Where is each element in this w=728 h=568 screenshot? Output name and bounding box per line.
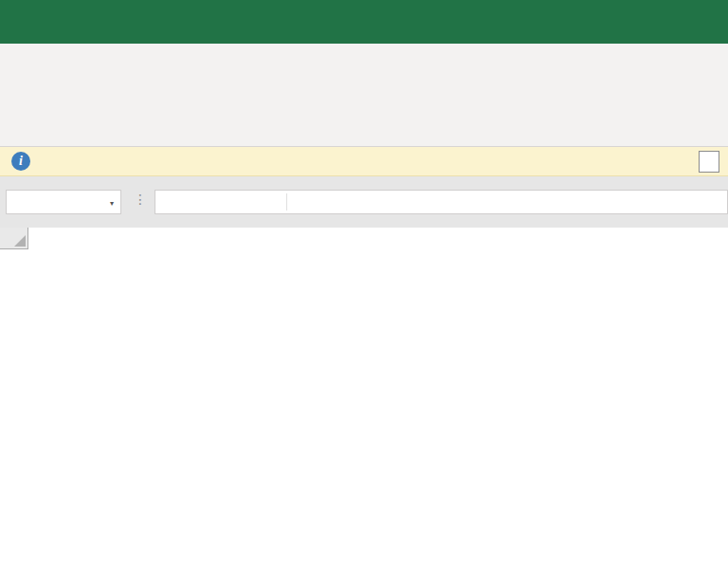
formula-bar: ▾ ⋮ [0, 176, 728, 228]
excel-window: i ▾ ⋮ [0, 0, 728, 568]
update-notification-bar: i [0, 147, 728, 176]
formula-input-strip [155, 190, 728, 214]
formula-divider [286, 193, 287, 211]
select-all-corner[interactable] [0, 228, 28, 249]
worksheet-grid [0, 228, 728, 568]
formula-bar-separator: ⋮ [134, 192, 147, 206]
select-all-triangle-icon [14, 235, 26, 247]
ribbon-tabs [0, 0, 728, 44]
name-box[interactable]: ▾ [6, 190, 121, 214]
info-icon: i [11, 152, 30, 171]
name-box-dropdown-icon[interactable]: ▾ [110, 199, 114, 208]
ribbon-button-row [0, 44, 728, 127]
update-now-button[interactable] [699, 151, 719, 173]
column-headers [0, 228, 728, 249]
ribbon [0, 44, 728, 147]
